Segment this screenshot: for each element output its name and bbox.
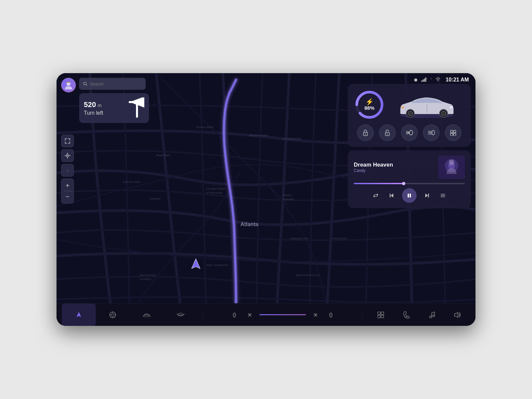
car-svg	[394, 91, 460, 118]
svg-text:CABBAGETOW: CABBAGETOW	[289, 237, 309, 240]
svg-rect-55	[454, 133, 456, 136]
fan-left-button[interactable]	[244, 309, 255, 321]
map-controls: › + −	[61, 135, 74, 203]
music-top: Dream Heaven Candy	[354, 156, 465, 179]
svg-text:Georgia Institute: Georgia Institute	[206, 187, 226, 190]
svg-rect-18	[421, 80, 422, 82]
battery-center: ⚡ 88%	[364, 98, 374, 111]
svg-text:Atlanta: Atlanta	[240, 221, 258, 227]
next-button[interactable]	[421, 190, 433, 201]
search-input[interactable]	[90, 81, 142, 86]
hazard-button[interactable]	[445, 124, 462, 141]
unlock-button[interactable]	[379, 124, 396, 141]
right-panel: ⚡ 88%	[348, 84, 471, 208]
svg-marker-35	[192, 259, 200, 269]
phone-button[interactable]	[393, 304, 419, 326]
svg-point-40	[408, 111, 413, 116]
svg-text:Ross Park: Ross Park	[156, 154, 170, 157]
avatar[interactable]	[61, 78, 76, 92]
ev-top: ⚡ 88%	[354, 90, 464, 120]
locate-button[interactable]	[61, 149, 74, 162]
map-arrow-button[interactable]: ›	[61, 164, 74, 177]
music-progress-fill	[354, 183, 404, 184]
svg-rect-21	[425, 77, 426, 82]
svg-rect-20	[424, 78, 425, 82]
distance-unit: m	[98, 103, 102, 108]
svg-point-43	[450, 106, 453, 108]
svg-rect-63	[410, 194, 411, 198]
svg-rect-65	[428, 194, 429, 198]
car-image	[390, 91, 464, 118]
previous-button[interactable]	[386, 190, 397, 201]
expand-button[interactable]	[61, 135, 74, 147]
svg-point-42	[441, 111, 446, 116]
volume-button[interactable]	[445, 304, 470, 326]
svg-text:MORNINGSIDE: MORNINGSIDE	[283, 137, 302, 140]
svg-text:KIRKWOOD: KIRKWOOD	[332, 237, 347, 240]
bottom-nav-right	[362, 304, 475, 326]
svg-marker-69	[76, 312, 81, 317]
svg-text:WESTWOOD: WESTWOOD	[140, 274, 156, 277]
menu-button[interactable]	[437, 190, 449, 201]
svg-rect-87	[381, 312, 384, 315]
repeat-button[interactable]	[370, 190, 381, 201]
svg-rect-86	[378, 312, 380, 315]
nav-distance: 520 m	[84, 100, 124, 109]
svg-text:JOEL CHANDLER: JOEL CHANDLER	[206, 264, 228, 267]
svg-text:of Technology: of Technology	[206, 191, 222, 194]
svg-rect-25	[67, 82, 70, 83]
bluetooth-icon: ’	[431, 77, 432, 82]
nav-map-button[interactable]	[62, 304, 96, 326]
play-pause-button[interactable]	[402, 188, 417, 203]
svg-rect-89	[381, 315, 384, 318]
svg-point-90	[430, 316, 432, 318]
defrost-rear-button[interactable]	[164, 304, 198, 326]
music-info: Dream Heaven Candy	[354, 162, 435, 173]
svg-point-47	[365, 134, 366, 135]
music-progress-bar[interactable]	[354, 183, 465, 184]
battery-ring: ⚡ 88%	[354, 90, 384, 120]
music-button[interactable]	[419, 304, 445, 326]
svg-point-49	[387, 134, 388, 135]
svg-rect-53	[454, 130, 456, 133]
bottom-nav-left	[57, 304, 203, 326]
svg-text:SWEET: SWEET	[283, 194, 292, 197]
nav-direction: Turn left	[84, 110, 124, 116]
svg-point-23	[438, 80, 439, 81]
turn-left-arrow	[127, 97, 144, 119]
svg-point-51	[432, 130, 435, 135]
zoom-out-button[interactable]: −	[61, 191, 74, 202]
svg-point-30	[67, 155, 68, 156]
fan-right-button[interactable]	[310, 309, 321, 321]
nav-drive-button[interactable]	[96, 304, 130, 326]
svg-point-91	[433, 315, 435, 317]
highbeam-button[interactable]	[423, 124, 440, 141]
svg-marker-60	[391, 194, 393, 198]
distance-value: 520	[84, 100, 96, 109]
svg-marker-95	[455, 312, 458, 318]
lock-button[interactable]	[357, 124, 374, 141]
svg-point-84	[249, 314, 251, 316]
apps-button[interactable]	[368, 304, 393, 326]
climate-slider[interactable]	[259, 314, 306, 315]
zoom-control: + −	[61, 179, 74, 203]
svg-text:Cemetery: Cemetery	[140, 278, 151, 281]
nav-arrow-box	[127, 97, 144, 119]
defrost-front-button[interactable]	[130, 304, 164, 326]
climate-controls	[203, 309, 362, 321]
svg-text:MECHANICSVILLE: MECHANICSVILLE	[296, 274, 319, 277]
progress-dot[interactable]	[402, 182, 405, 185]
heat-right-button[interactable]	[325, 309, 336, 321]
search-bar[interactable]	[79, 78, 146, 90]
heat-left-button[interactable]	[229, 309, 240, 321]
lights-button[interactable]	[401, 124, 418, 141]
music-thumbnail	[438, 156, 465, 179]
battery-percent: 88%	[364, 105, 374, 111]
zoom-in-button[interactable]: +	[61, 180, 74, 191]
wifi-icon	[435, 77, 441, 83]
svg-text:GROVE PARK: GROVE PARK	[123, 181, 141, 184]
svg-point-44	[401, 106, 404, 108]
svg-rect-54	[451, 133, 453, 136]
svg-text:WOODLANDS: WOODLANDS	[196, 126, 213, 129]
search-icon	[83, 81, 87, 86]
